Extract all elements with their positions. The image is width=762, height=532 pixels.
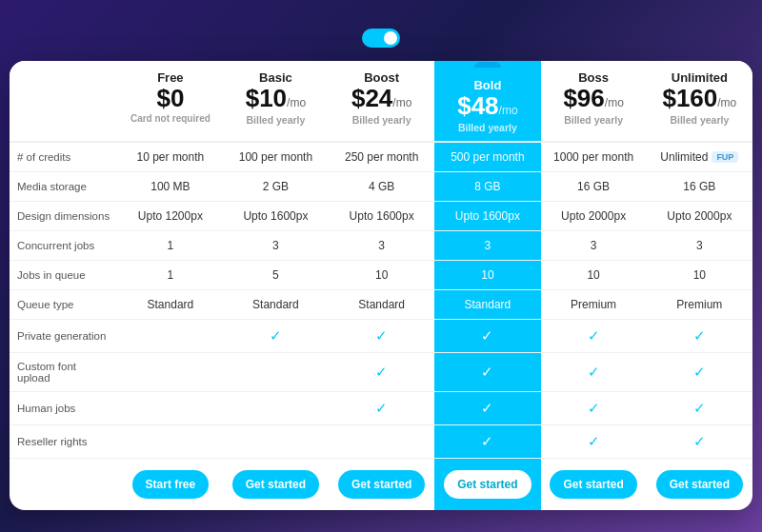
get-started-basic-button[interactable]: Get started xyxy=(232,470,319,499)
cell-value: 10 xyxy=(375,268,388,282)
cell-value: Unlimited xyxy=(660,150,708,164)
table-row: Custom font upload✓✓✓✓ xyxy=(10,352,752,391)
get-started-boss-button[interactable]: Get started xyxy=(550,470,636,499)
cell-3-2: 3 xyxy=(329,230,434,260)
plan-header-unlimited: Unlimited $160/mo Billed yearly xyxy=(647,61,752,142)
cell-4-2: 10 xyxy=(329,260,434,289)
cell-3-1: 3 xyxy=(223,230,329,260)
get-started-bold-button[interactable]: Get started xyxy=(444,470,531,499)
cell-8-5: ✓ xyxy=(647,391,752,424)
feature-cell-3: Concurrent jobs xyxy=(10,230,118,260)
cell-value: 2 GB xyxy=(263,180,289,193)
cell-6-2: ✓ xyxy=(329,319,434,352)
cell-value: 1 xyxy=(168,268,174,282)
cell-4-4: 10 xyxy=(541,260,647,289)
cell-value: Premium xyxy=(571,298,616,311)
get-started-boss-button-cell: Get started xyxy=(541,458,647,510)
plan-sub-basic: Billed yearly xyxy=(231,114,321,126)
plan-name-bold: Bold xyxy=(442,78,532,92)
cell-0-4: 1000 per month xyxy=(541,142,647,172)
check-icon: ✓ xyxy=(549,400,639,417)
plan-name-unlimited: Unlimited xyxy=(654,70,745,85)
start-free-button-cell: Start free xyxy=(118,458,223,510)
cell-value: Upto 1600px xyxy=(350,209,414,223)
cell-9-5: ✓ xyxy=(647,424,752,458)
cell-6-0 xyxy=(118,319,223,352)
billing-toggle-row xyxy=(352,29,410,48)
cell-value: 1 xyxy=(168,239,174,252)
feature-cell-8: Human jobs xyxy=(10,391,118,424)
check-icon: ✓ xyxy=(654,400,745,417)
check-icon: ✓ xyxy=(231,327,321,345)
check-icon: ✓ xyxy=(442,364,532,381)
cell-value: Standard xyxy=(465,298,511,311)
check-icon: ✓ xyxy=(442,327,532,345)
check-icon: ✓ xyxy=(336,364,427,381)
start-free-button[interactable]: Start free xyxy=(132,470,210,499)
plan-price-unlimited: $160/mo xyxy=(654,85,745,112)
cell-value: 100 per month xyxy=(239,150,312,164)
cell-value: 16 GB xyxy=(683,180,715,193)
cell-6-1: ✓ xyxy=(223,319,329,352)
cell-5-2: Standard xyxy=(329,289,434,319)
cell-2-1: Upto 1600px xyxy=(223,201,329,230)
button-row: Start freeGet startedGet startedGet star… xyxy=(10,458,752,510)
cell-1-0: 100 MB xyxy=(118,171,223,201)
fup-badge: FUP xyxy=(712,151,738,163)
cell-value: 100 MB xyxy=(150,180,190,193)
plan-header-boss: Boss $96/mo Billed yearly xyxy=(541,61,647,142)
cell-value: 3 xyxy=(591,239,597,252)
billing-toggle[interactable] xyxy=(362,29,400,48)
cell-value: 3 xyxy=(272,239,279,252)
plan-header-bold: Bold $48/mo Billed yearly xyxy=(434,61,540,142)
check-icon: ✓ xyxy=(336,400,427,417)
cell-7-5: ✓ xyxy=(647,352,752,391)
cell-2-5: Upto 2000px xyxy=(647,201,752,230)
cell-value: Premium xyxy=(676,298,722,311)
table-row: # of credits10 per month100 per month250… xyxy=(10,142,752,172)
cell-value: Upto 1200px xyxy=(138,209,203,223)
cell-7-2: ✓ xyxy=(329,352,434,391)
cell-value: 500 per month xyxy=(451,150,524,164)
table-row: Design dimensionsUpto 1200pxUpto 1600pxU… xyxy=(10,201,752,230)
plan-header-free: Free $0 Card not required xyxy=(118,61,223,142)
cell-value: Standard xyxy=(148,298,194,311)
plan-sub-unlimited: Billed yearly xyxy=(654,114,745,126)
get-started-bold-button-cell: Get started xyxy=(434,458,540,510)
cell-value: 10 per month xyxy=(137,150,205,164)
cell-value: Standard xyxy=(358,298,405,311)
cell-3-3: 3 xyxy=(434,230,540,260)
table-row: Human jobs✓✓✓✓ xyxy=(10,391,752,424)
get-started-boost-button-cell: Get started xyxy=(329,458,434,510)
cell-value: 3 xyxy=(485,239,491,252)
cell-value: 16 GB xyxy=(577,180,610,193)
cell-5-3: Standard xyxy=(434,289,540,319)
cell-4-5: 10 xyxy=(647,260,752,289)
cell-3-5: 3 xyxy=(647,230,752,260)
check-icon: ✓ xyxy=(654,433,745,450)
cell-9-1 xyxy=(223,424,329,458)
get-started-boost-button[interactable]: Get started xyxy=(338,470,425,499)
pricing-table: Free $0 Card not required Basic $10/mo B… xyxy=(10,61,752,510)
cell-value: 4 GB xyxy=(369,180,394,193)
cell-value: Upto 1600px xyxy=(243,209,308,223)
feature-cell-4: Jobs in queue xyxy=(10,260,118,289)
plan-name-free: Free xyxy=(126,70,215,85)
cell-value: 5 xyxy=(272,268,279,282)
check-icon: ✓ xyxy=(549,433,639,450)
plan-header-basic: Basic $10/mo Billed yearly xyxy=(223,61,329,142)
cell-7-1 xyxy=(223,352,329,391)
cell-9-3: ✓ xyxy=(434,424,540,458)
cell-8-4: ✓ xyxy=(541,391,647,424)
cell-7-0 xyxy=(118,352,223,391)
cell-value: 10 xyxy=(693,268,706,282)
plan-price-free: $0 xyxy=(126,85,215,112)
cell-0-0: 10 per month xyxy=(118,142,223,172)
table-row: Jobs in queue1510101010 xyxy=(10,260,752,289)
cell-4-3: 10 xyxy=(434,260,540,289)
cell-value: 10 xyxy=(587,268,599,282)
table-row: Media storage100 MB2 GB4 GB8 GB16 GB16 G… xyxy=(10,171,752,201)
plan-name-boost: Boost xyxy=(336,70,427,85)
feature-cell-1: Media storage xyxy=(10,171,118,201)
get-started-unlimited-button[interactable]: Get started xyxy=(656,470,743,499)
